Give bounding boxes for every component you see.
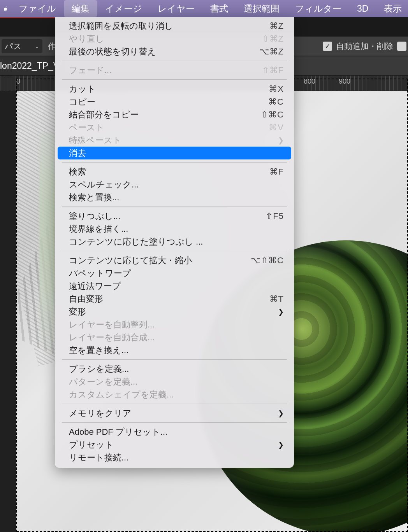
menu-item[interactable]: 空を置き換え...: [55, 344, 294, 357]
menu-item-label: フェード...: [69, 65, 111, 76]
menu-item-label: リモート接続...: [69, 452, 128, 464]
menu-item[interactable]: 結合部分をコピー⇧⌘C: [55, 108, 294, 121]
menu-item[interactable]: 選択範囲を反転の取り消し⌘Z: [55, 19, 294, 32]
menu-item[interactable]: パペットワープ: [55, 267, 294, 280]
menu-item[interactable]: カット⌘X: [55, 82, 294, 95]
menu-item[interactable]: コピー⌘C: [55, 95, 294, 108]
menu-item-label: 遠近法ワープ: [69, 280, 121, 292]
menu-item-label: コンテンツに応じて拡大・縮小: [69, 255, 192, 266]
menu-item-shortcut: ⇧F5: [266, 211, 284, 221]
chevron-down-icon: ⌄: [35, 43, 39, 49]
menu-item-label: ペースト: [69, 122, 104, 133]
menu-separator: [62, 422, 287, 423]
menu-item-shortcut: ⌘V: [269, 122, 284, 133]
path-mode-select[interactable]: パス ⌄: [2, 39, 42, 53]
menu-separator: [62, 359, 287, 360]
menu-3d[interactable]: 3D: [349, 0, 376, 17]
menu-item: カスタムシェイプを定義...: [55, 388, 294, 401]
menu-item-label: レイヤーを自動整列...: [69, 319, 155, 331]
menu-item-label: プリセット: [69, 439, 114, 451]
menu-item-shortcut: ⌘C: [268, 97, 284, 107]
menu-image[interactable]: イメージ: [97, 0, 150, 17]
menu-item: レイヤーを自動整列...: [55, 318, 294, 331]
ruler-tick: 800: [304, 77, 315, 86]
menu-item[interactable]: 変形❯: [55, 305, 294, 318]
menu-item-label: コンテンツに応じた塗りつぶし ...: [69, 236, 203, 248]
menu-view[interactable]: 表示: [376, 0, 402, 17]
menu-item[interactable]: リモート接続...: [55, 451, 294, 464]
menu-item-label: 最後の状態を切り替え: [69, 46, 156, 58]
menu-item-label: やり直し: [69, 33, 104, 45]
menu-item-label: カスタムシェイプを定義...: [69, 389, 174, 401]
document-tab-label: lon2022_TP_V: [0, 61, 59, 71]
menu-item[interactable]: スペルチェック...: [55, 178, 294, 191]
menu-item[interactable]: プリセット❯: [55, 438, 294, 451]
apple-logo-icon: [4, 0, 11, 17]
menu-item[interactable]: 消去: [58, 147, 291, 159]
menu-item: フェード...⇧⌘F: [55, 64, 294, 77]
menu-item[interactable]: Adobe PDF プリセット...: [55, 425, 294, 438]
chevron-right-icon: ❯: [278, 308, 284, 316]
menu-item-shortcut: ⌘Z: [269, 21, 284, 31]
menu-item[interactable]: 塗りつぶし...⇧F5: [55, 210, 294, 222]
menu-separator: [62, 404, 287, 404]
menu-item-shortcut: ⌘X: [269, 84, 284, 94]
menu-item[interactable]: 遠近法ワープ: [55, 280, 294, 292]
menu-item-label: 選択範囲を反転の取り消し: [69, 20, 173, 32]
menu-item-label: 特殊ペースト: [69, 135, 121, 146]
menu-item[interactable]: ブラシを定義...: [55, 362, 294, 375]
menu-edit[interactable]: 編集: [64, 0, 97, 17]
menu-item-label: 境界線を描く...: [69, 223, 128, 235]
menu-item-label: 結合部分をコピー: [69, 109, 139, 121]
menu-separator: [62, 79, 287, 80]
menu-item[interactable]: 検索と置換...: [55, 191, 294, 204]
menu-file[interactable]: ファイル: [11, 0, 64, 17]
menu-item-label: ブラシを定義...: [69, 363, 129, 375]
document-tab[interactable]: lon2022_TP_V: [0, 56, 63, 75]
menubar: ファイル 編集 イメージ レイヤー 書式 選択範囲 フィルター 3D 表示: [0, 0, 408, 17]
menu-item-label: 自由変形: [69, 293, 103, 305]
edit-menu-dropdown: 選択範囲を反転の取り消し⌘Zやり直し⇧⌘Z最後の状態を切り替え⌥⌘Zフェード..…: [55, 17, 294, 468]
path-mode-value: パス: [5, 41, 22, 52]
menu-item-label: 検索: [69, 166, 86, 178]
menu-item: 特殊ペースト❯: [55, 134, 294, 147]
menu-item-label: 検索と置換...: [69, 192, 119, 203]
menu-item[interactable]: 最後の状態を切り替え⌥⌘Z: [55, 45, 294, 58]
menu-select[interactable]: 選択範囲: [236, 0, 287, 17]
menu-item-label: メモリをクリア: [69, 408, 132, 419]
menu-item-label: スペルチェック...: [69, 179, 139, 191]
chevron-right-icon: ❯: [278, 136, 284, 145]
menu-item-shortcut: ⌘F: [269, 167, 284, 177]
menu-item[interactable]: メモリをクリア❯: [55, 407, 294, 420]
menu-item-label: コピー: [69, 96, 95, 108]
menu-item: レイヤーを自動合成...: [55, 331, 294, 344]
menu-item-shortcut: ⌘T: [269, 294, 284, 304]
menu-filter[interactable]: フィルター: [287, 0, 349, 17]
menu-item[interactable]: コンテンツに応じて拡大・縮小⌥⇧⌘C: [55, 254, 294, 267]
menu-type[interactable]: 書式: [202, 0, 236, 17]
menu-item: やり直し⇧⌘Z: [55, 32, 294, 45]
menu-item-label: カット: [69, 83, 96, 95]
menu-item[interactable]: 境界線を描く...: [55, 222, 294, 235]
menu-item-label: 変形: [69, 306, 86, 318]
auto-add-delete-checkbox[interactable]: ✓: [323, 42, 332, 51]
menu-item-label: レイヤーを自動合成...: [69, 332, 155, 343]
menu-item[interactable]: 自由変形⌘T: [55, 292, 294, 305]
menu-item-label: 消去: [69, 147, 86, 159]
menu-item-label: パペットワープ: [69, 268, 131, 279]
menu-item: ペースト⌘V: [55, 121, 294, 134]
menu-separator: [62, 251, 287, 251]
ruler-tick: 0: [16, 77, 20, 86]
ruler-tick: 900: [339, 77, 350, 86]
menu-item[interactable]: 検索⌘F: [55, 165, 294, 178]
chevron-right-icon: ❯: [278, 441, 284, 449]
menu-item-label: Adobe PDF プリセット...: [69, 426, 167, 438]
menu-layer[interactable]: レイヤー: [150, 0, 202, 17]
menu-separator: [62, 61, 287, 61]
menu-separator: [62, 162, 287, 163]
trailing-checkbox[interactable]: [397, 42, 406, 51]
menu-item[interactable]: コンテンツに応じた塗りつぶし ...: [55, 235, 294, 248]
menu-item-label: パターンを定義...: [69, 376, 137, 388]
menu-item-shortcut: ⌥⌘Z: [259, 47, 284, 57]
menu-separator: [62, 206, 287, 207]
